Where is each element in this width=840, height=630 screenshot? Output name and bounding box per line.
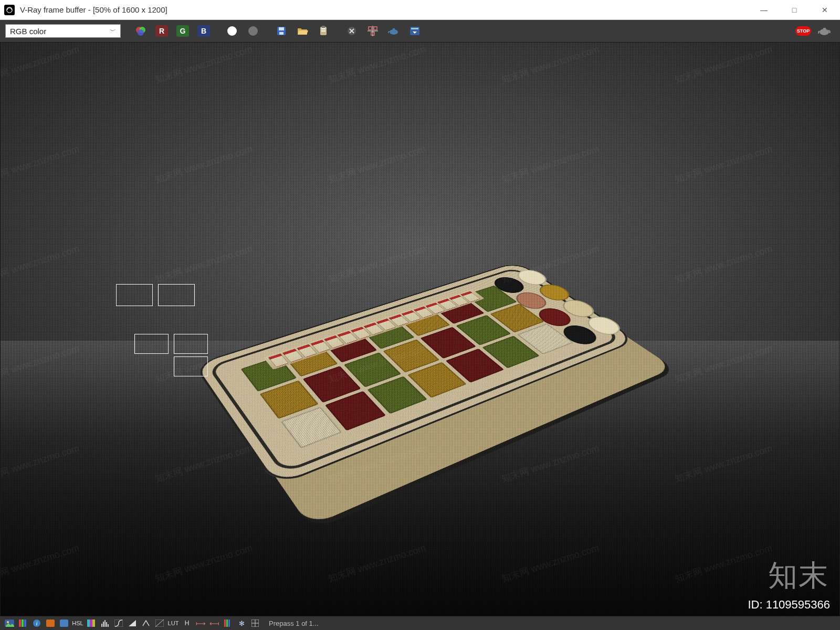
green-channel-icon: G — [176, 25, 189, 37]
sb-lut-button[interactable]: LUT — [168, 618, 178, 628]
svg-rect-30 — [87, 620, 90, 627]
svg-rect-9 — [321, 30, 326, 32]
region-crosshair-icon — [368, 26, 378, 36]
svg-rect-5 — [279, 27, 284, 30]
rgb-venn-icon — [135, 26, 146, 36]
sb-levels-icon[interactable] — [18, 618, 28, 628]
start-render-button[interactable] — [815, 23, 834, 39]
sb-stripes-icon[interactable] — [223, 618, 233, 628]
brand-watermark: 知末 — [768, 556, 829, 596]
render-viewport[interactable]: 知末网 www.znzmo.com知末网 www.znzmo.com知末网 ww… — [0, 42, 840, 616]
sb-image-icon[interactable] — [4, 618, 15, 628]
sb-bracket-r-icon[interactable]: ⟻ — [209, 618, 219, 628]
stop-icon: STOP — [795, 26, 811, 36]
svg-rect-33 — [101, 624, 102, 627]
track-mouse-rect — [158, 284, 195, 306]
sb-sharpen-icon[interactable] — [141, 618, 151, 628]
svg-rect-20 — [411, 28, 418, 29]
svg-point-24 — [7, 621, 9, 623]
sb-contrast-icon[interactable] — [154, 618, 165, 628]
svg-rect-6 — [279, 32, 284, 35]
stop-render-button[interactable]: STOP — [794, 23, 813, 39]
open-image-button[interactable] — [293, 23, 312, 39]
svg-rect-12 — [369, 27, 372, 30]
svg-rect-42 — [228, 620, 230, 627]
teapot-icon — [818, 26, 831, 36]
blue-channel-icon: B — [197, 25, 210, 37]
svg-rect-31 — [90, 620, 92, 627]
svg-rect-22 — [823, 28, 826, 30]
clear-x-icon — [346, 26, 357, 36]
region-render-button[interactable] — [363, 23, 382, 39]
close-button[interactable]: ✕ — [810, 0, 840, 19]
sb-curve-icon[interactable] — [113, 618, 124, 628]
svg-text:i: i — [36, 620, 37, 626]
svg-rect-27 — [24, 620, 26, 627]
chevron-down-icon: ﹀ — [110, 27, 116, 36]
channel-dropdown[interactable]: RGB color ﹀ — [5, 24, 121, 38]
sb-h-button[interactable]: H — [182, 618, 192, 628]
channel-dropdown-label: RGB color — [10, 27, 46, 36]
status-text: Prepass 1 of 1... — [269, 620, 319, 627]
sb-exposure-icon[interactable] — [127, 618, 138, 628]
mono-grey-button[interactable] — [244, 23, 262, 39]
red-channel-button[interactable]: R — [152, 23, 171, 39]
history-button[interactable] — [405, 23, 424, 39]
vray-frame-buffer-window: V-Ray frame buffer - [50% of 840 x 630… — [0, 0, 840, 630]
statusbar: i HSL LUT H ⟼ ⟻ ✻ Prepass 1 of 1... — [0, 616, 840, 630]
id-watermark: ID: 1109595366 — [748, 598, 830, 612]
clipboard-icon — [319, 26, 328, 36]
save-image-button[interactable] — [272, 23, 291, 39]
render-noise-overlay — [1, 43, 839, 616]
green-channel-button[interactable]: G — [173, 23, 192, 39]
sb-bracket-l-icon[interactable]: ⟼ — [195, 618, 206, 628]
svg-rect-35 — [104, 620, 106, 627]
link-vfb-button[interactable] — [384, 23, 403, 39]
minimize-button[interactable]: — — [749, 0, 779, 19]
grey-circle-icon — [248, 26, 258, 36]
sb-hsl-button[interactable]: HSL — [72, 618, 83, 628]
sb-info-icon[interactable]: i — [32, 618, 42, 628]
svg-rect-8 — [321, 28, 326, 29]
window-title: V-Ray frame buffer - [50% of 840 x 630… — [20, 5, 749, 14]
red-channel-icon: R — [155, 25, 168, 37]
track-mouse-rect — [174, 356, 208, 376]
vray-app-icon — [4, 5, 15, 15]
white-circle-icon — [227, 26, 237, 36]
copy-clipboard-button[interactable] — [314, 23, 333, 39]
svg-rect-34 — [103, 622, 104, 627]
track-mouse-rect — [134, 334, 169, 354]
blue-channel-button[interactable]: B — [194, 23, 213, 39]
sb-snowflake-icon[interactable]: ✻ — [236, 618, 247, 628]
sb-color1-icon[interactable] — [45, 618, 56, 628]
sb-colorbalance-icon[interactable] — [86, 618, 97, 628]
svg-rect-37 — [108, 624, 109, 627]
maximize-button[interactable]: □ — [779, 0, 810, 19]
svg-point-17 — [390, 29, 398, 35]
svg-rect-41 — [226, 620, 228, 627]
toolbar: RGB color ﹀ R G B — [0, 20, 840, 42]
track-mouse-rect — [116, 284, 153, 306]
floppy-disk-icon — [276, 26, 287, 36]
sb-histogram-icon[interactable] — [100, 618, 110, 628]
svg-rect-25 — [19, 620, 21, 627]
svg-rect-32 — [92, 620, 95, 627]
track-mouse-rect — [174, 334, 208, 354]
svg-point-3 — [138, 29, 144, 36]
svg-rect-40 — [224, 620, 226, 627]
svg-rect-26 — [22, 620, 24, 627]
history-panel-icon — [410, 26, 420, 36]
titlebar: V-Ray frame buffer - [50% of 840 x 630… — [0, 0, 840, 20]
rgb-channels-button[interactable] — [131, 23, 150, 39]
sb-grid-icon[interactable] — [250, 618, 260, 628]
teapot-link-icon — [388, 27, 400, 35]
clear-image-button[interactable] — [342, 23, 361, 39]
svg-rect-18 — [393, 28, 395, 30]
folder-open-icon — [297, 26, 308, 36]
svg-rect-10 — [322, 26, 325, 28]
svg-rect-13 — [374, 27, 377, 30]
mono-white-button[interactable] — [223, 23, 242, 39]
sb-color2-icon[interactable] — [59, 618, 69, 628]
svg-rect-36 — [106, 622, 107, 627]
window-controls: — □ ✕ — [749, 0, 840, 19]
